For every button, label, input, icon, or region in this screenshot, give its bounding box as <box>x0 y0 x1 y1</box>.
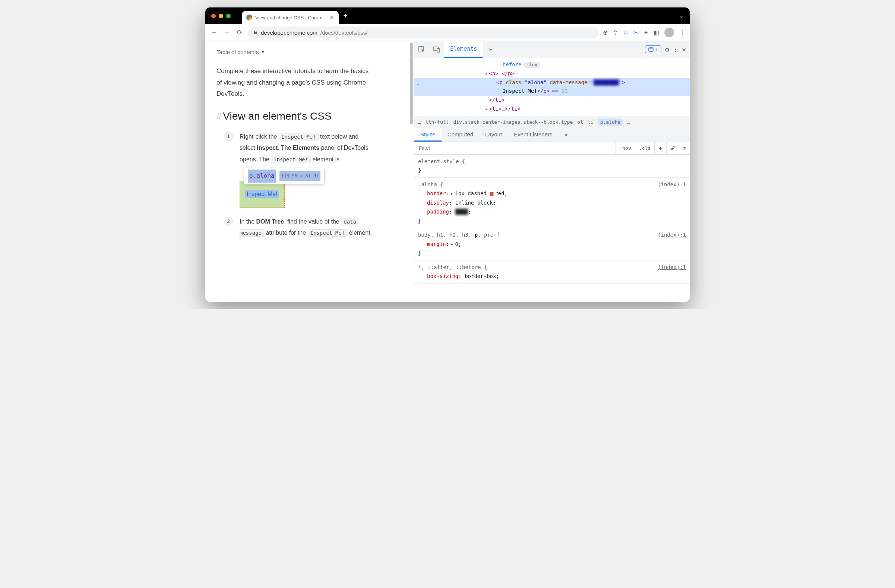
browser-tab[interactable]: View and change CSS - Chrom ✕ <box>242 11 339 24</box>
web-page: Table of contents ▾ Complete these inter… <box>205 41 414 302</box>
tooltip-selector: p.aloha <box>248 170 276 182</box>
toc-label: Table of contents <box>217 49 259 55</box>
step-item: 2 In the DOM Tree, find the value of the… <box>224 216 403 239</box>
zoom-icon[interactable]: ⊕ <box>603 29 608 36</box>
devtools-tabbar-actions: 1 ⚙ ⋮ ✕ <box>641 41 690 58</box>
styles-tabbar: Styles Computed Layout Event Listeners » <box>414 128 690 142</box>
style-rule[interactable]: (index):1 .aloha { border:▸1px dashed re… <box>414 178 690 229</box>
devtools-tabbar: Elements » 1 ⚙ ⋮ ✕ <box>414 41 690 58</box>
step-body: Right-click the Inspect Me! text below a… <box>240 131 374 208</box>
page-scrollbar[interactable] <box>410 42 413 124</box>
style-rule[interactable]: (index):1 body, h1, h2, h3, p, pre { mar… <box>414 228 690 261</box>
styles-tab-styles[interactable]: Styles <box>414 128 441 142</box>
computed-sidebar-icon[interactable]: ◫ <box>679 142 690 154</box>
tab-close-icon[interactable]: ✕ <box>330 15 334 21</box>
nav-back-button[interactable]: ← <box>210 29 219 36</box>
flex-badge[interactable]: flex <box>523 62 540 68</box>
steps-list: 1 Right-click the Inspect Me! text below… <box>224 131 403 239</box>
inspect-me-element[interactable]: p.aloha 118.96 × 61.97 Inspect Me! <box>240 181 285 208</box>
crumb-current[interactable]: p.aloha <box>598 118 623 126</box>
new-tab-button[interactable]: + <box>340 11 350 21</box>
scissors-icon[interactable]: ✂ <box>633 29 638 36</box>
crumb-ellipsis[interactable]: … <box>418 119 421 125</box>
crumb-item[interactable]: lth-full <box>426 119 449 125</box>
address-bar-actions: ⊕ ⇪ ☆ ✂ ✦ ◧ ⋮ <box>603 27 685 37</box>
dom-node[interactable]: ▸<p>…</p> <box>414 69 690 78</box>
step-body: In the DOM Tree, find the value of the d… <box>240 216 374 239</box>
svg-rect-3 <box>649 48 653 52</box>
cls-toggle[interactable]: .cls <box>635 142 654 154</box>
crumb-ellipsis[interactable]: … <box>627 119 630 125</box>
sidepanel-icon[interactable]: ◧ <box>654 29 659 36</box>
styles-rules[interactable]: element.style { } (index):1 .aloha { bor… <box>414 155 690 302</box>
hov-toggle[interactable]: :hov <box>616 142 635 154</box>
window-close-button[interactable] <box>211 14 216 18</box>
devtools-tabs-more-icon[interactable]: » <box>483 41 498 58</box>
styles-tab-layout[interactable]: Layout <box>479 128 508 142</box>
inspect-me-text: Inspect Me! <box>245 190 279 198</box>
dom-node[interactable]: ::beforeflex <box>414 61 690 69</box>
dom-node[interactable]: </li> <box>414 96 690 105</box>
address-bar: ← → ⟳ 🔒︎ developer.chrome.com/docs/devto… <box>205 24 690 41</box>
url-field[interactable]: 🔒︎ developer.chrome.com/docs/devtools/cs… <box>248 26 599 38</box>
tab-title: View and change CSS - Chrom <box>255 15 327 21</box>
settings-icon[interactable]: ⚙ <box>665 45 669 53</box>
nav-forward-button: → <box>223 29 231 36</box>
styles-filter-input[interactable] <box>414 145 616 151</box>
color-swatch[interactable] <box>490 192 494 196</box>
step-item: 1 Right-click the Inspect Me! text below… <box>224 131 403 208</box>
chevron-down-icon: ▾ <box>262 48 264 55</box>
tab-overflow-icon[interactable]: ⌄ <box>679 12 684 20</box>
crumb-item[interactable]: li <box>588 119 593 125</box>
heading-text: View an element's CSS <box>223 110 331 122</box>
paintbrush-icon[interactable]: 🖌︎ <box>666 142 679 154</box>
window-zoom-button[interactable] <box>226 14 231 18</box>
dom-tree[interactable]: ::beforeflex ▸<p>…</p> <p class="aloha" … <box>414 58 690 116</box>
style-rule[interactable]: (index):1 *, ::after, ::before { box-siz… <box>414 261 690 283</box>
devtools-tab-elements[interactable]: Elements <box>444 41 483 58</box>
crumb-item[interactable]: div.stack.center-images.stack--block.typ… <box>453 119 573 125</box>
styles-tabs-more-icon[interactable]: » <box>558 128 573 142</box>
step-number: 1 <box>224 132 233 141</box>
nav-reload-button[interactable]: ⟳ <box>235 28 244 36</box>
devtools-close-icon[interactable]: ✕ <box>682 45 686 53</box>
window-minimize-button[interactable] <box>219 14 223 18</box>
code-inspect-me: Inspect Me! <box>279 133 319 141</box>
tooltip-dimensions: 118.96 × 61.97 <box>279 171 320 181</box>
code-inspect-me-3: Inspect Me! <box>308 229 347 236</box>
intro-paragraph: Complete these interactive tutorials to … <box>217 65 373 100</box>
bookmark-icon[interactable]: ☆ <box>623 29 628 36</box>
breadcrumb[interactable]: … lth-full div.stack.center-images.stack… <box>414 116 690 128</box>
step-number: 2 <box>224 217 233 226</box>
inspector-tooltip: p.aloha 118.96 × 61.97 <box>244 168 325 184</box>
rule-source-link[interactable]: (index):1 <box>658 180 686 189</box>
dom-node-selected[interactable]: <p class="aloha" data-message="████████"… <box>414 78 690 96</box>
issues-badge[interactable]: 1 <box>645 45 661 53</box>
devtools-menu-icon[interactable]: ⋮ <box>673 47 678 53</box>
crumb-item[interactable]: ol <box>577 119 583 125</box>
styles-tab-computed[interactable]: Computed <box>441 128 479 142</box>
rule-source-link[interactable]: (index):1 <box>658 263 686 272</box>
section-heading: # View an element's CSS <box>217 110 403 122</box>
menu-icon[interactable]: ⋮ <box>679 29 685 36</box>
device-toolbar-icon[interactable] <box>429 41 444 58</box>
new-style-rule-icon[interactable]: + <box>654 142 666 154</box>
tab-strip: View and change CSS - Chrom ✕ + <box>242 8 350 24</box>
styles-filter-row: :hov .cls + 🖌︎ ◫ <box>414 142 690 155</box>
styles-tab-event-listeners[interactable]: Event Listeners <box>508 128 558 142</box>
code-inspect-me-2: Inspect Me! <box>271 156 311 163</box>
dom-node[interactable]: ▸<li>…</li> <box>414 105 690 114</box>
style-rule[interactable]: element.style { } <box>414 155 690 178</box>
table-of-contents-toggle[interactable]: Table of contents ▾ <box>217 48 403 55</box>
rule-source-link[interactable]: (index):1 <box>658 230 686 239</box>
browser-window: View and change CSS - Chrom ✕ + ⌄ ← → ⟳ … <box>205 8 690 302</box>
devtools-panel: Elements » 1 ⚙ ⋮ ✕ ::beforeflex ▸<p>…</p… <box>414 41 690 302</box>
url-host: developer.chrome.com <box>261 29 317 36</box>
content-area: Table of contents ▾ Complete these inter… <box>205 41 690 302</box>
extensions-icon[interactable]: ✦ <box>643 29 648 36</box>
hash-anchor-icon[interactable]: # <box>217 111 221 121</box>
share-icon[interactable]: ⇪ <box>613 29 618 36</box>
svg-rect-2 <box>437 48 439 52</box>
profile-avatar[interactable] <box>664 27 674 37</box>
inspect-tool-icon[interactable] <box>414 41 429 58</box>
